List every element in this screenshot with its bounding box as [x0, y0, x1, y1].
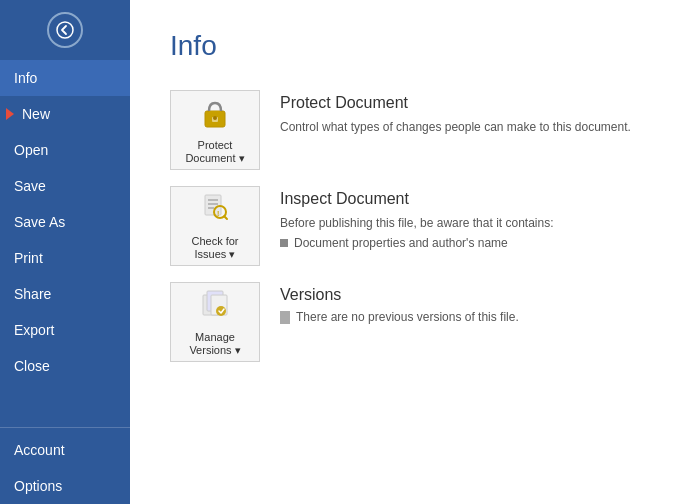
- sidebar-item-print[interactable]: Print: [0, 240, 130, 276]
- back-button[interactable]: [0, 0, 130, 60]
- doc-icon: [280, 311, 290, 324]
- manage-versions-label: ManageVersions ▾: [189, 331, 240, 357]
- inspect-icon: !: [199, 191, 231, 231]
- sidebar-item-save[interactable]: Save: [0, 168, 130, 204]
- inspect-document-desc: Before publishing this file, be aware th…: [280, 214, 654, 232]
- versions-content: Versions There are no previous versions …: [280, 282, 654, 324]
- versions-card: ManageVersions ▾ Versions There are no p…: [170, 282, 654, 362]
- svg-rect-2: [209, 111, 221, 115]
- sidebar-nav: Info New Open Save Save As Print Share E…: [0, 60, 130, 427]
- sidebar-item-save-as[interactable]: Save As: [0, 204, 130, 240]
- sidebar-item-share[interactable]: Share: [0, 276, 130, 312]
- sidebar-item-export[interactable]: Export: [0, 312, 130, 348]
- sidebar-bottom: Account Options: [0, 427, 130, 504]
- sidebar-item-open[interactable]: Open: [0, 132, 130, 168]
- versions-list-item-1: There are no previous versions of this f…: [280, 310, 654, 324]
- protect-document-title: Protect Document: [280, 94, 654, 112]
- sidebar-item-close[interactable]: Close: [0, 348, 130, 384]
- sidebar-item-options[interactable]: Options: [0, 468, 130, 504]
- sidebar-item-info[interactable]: Info: [0, 60, 130, 96]
- sidebar-item-new[interactable]: New: [0, 96, 130, 132]
- back-circle-icon: [47, 12, 83, 48]
- versions-list: There are no previous versions of this f…: [280, 310, 654, 324]
- sidebar-item-account[interactable]: Account: [0, 432, 130, 468]
- inspect-document-content: Inspect Document Before publishing this …: [280, 186, 654, 250]
- check-for-issues-button[interactable]: ! Check forIssues ▾: [170, 186, 260, 266]
- inspect-document-title: Inspect Document: [280, 190, 654, 208]
- protect-document-button[interactable]: ProtectDocument ▾: [170, 90, 260, 170]
- protect-document-label: ProtectDocument ▾: [185, 139, 244, 165]
- bullet-icon: [280, 239, 288, 247]
- check-for-issues-label: Check forIssues ▾: [191, 235, 238, 261]
- svg-line-10: [224, 216, 227, 219]
- lock-icon: [199, 95, 231, 135]
- protect-document-card: ProtectDocument ▾ Protect Document Contr…: [170, 90, 654, 170]
- protect-document-desc: Control what types of changes people can…: [280, 118, 654, 136]
- inspect-document-list: Document properties and author's name: [280, 236, 654, 250]
- svg-point-4: [213, 116, 217, 120]
- svg-point-0: [57, 22, 73, 38]
- page-title: Info: [170, 30, 654, 62]
- manage-versions-button[interactable]: ManageVersions ▾: [170, 282, 260, 362]
- versions-icon: [199, 287, 231, 327]
- inspect-document-card: ! Check forIssues ▾ Inspect Document Bef…: [170, 186, 654, 266]
- main-content: Info ProtectDocument ▾ Protect Document …: [130, 0, 694, 504]
- svg-point-15: [216, 306, 226, 316]
- versions-title: Versions: [280, 286, 654, 304]
- protect-document-content: Protect Document Control what types of c…: [280, 90, 654, 136]
- sidebar: Info New Open Save Save As Print Share E…: [0, 0, 130, 504]
- inspect-list-item-1: Document properties and author's name: [280, 236, 654, 250]
- svg-text:!: !: [217, 210, 219, 217]
